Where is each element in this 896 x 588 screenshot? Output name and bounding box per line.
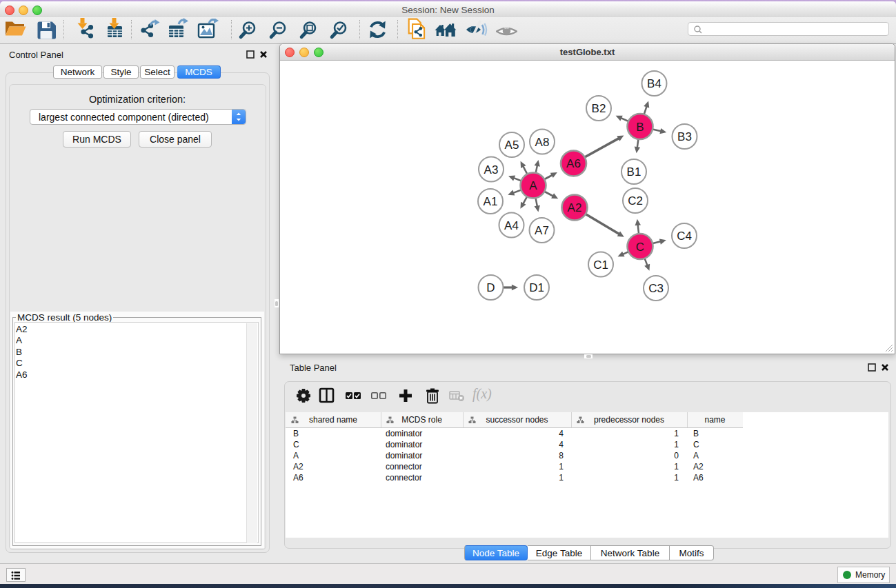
svg-text:B2: B2 (592, 102, 606, 115)
svg-text:B1: B1 (627, 165, 641, 179)
svg-text:A3: A3 (484, 163, 499, 176)
svg-text:B4: B4 (647, 77, 661, 90)
svg-text:C4: C4 (677, 230, 692, 243)
svg-text:B3: B3 (677, 130, 692, 143)
svg-text:A2: A2 (568, 201, 582, 214)
svg-text:B: B (636, 121, 644, 134)
svg-text:C: C (636, 241, 644, 254)
svg-text:A1: A1 (484, 195, 498, 208)
svg-text:C1: C1 (593, 258, 608, 272)
svg-text:D1: D1 (529, 281, 544, 294)
svg-text:C3: C3 (648, 282, 664, 295)
svg-text:D: D (486, 281, 495, 294)
svg-text:A4: A4 (504, 219, 519, 232)
svg-text:A7: A7 (535, 224, 549, 237)
svg-text:A: A (529, 179, 537, 192)
svg-text:A5: A5 (505, 139, 519, 152)
svg-text:A8: A8 (535, 136, 550, 149)
svg-text:A6: A6 (566, 157, 581, 170)
svg-text:C2: C2 (628, 194, 643, 207)
